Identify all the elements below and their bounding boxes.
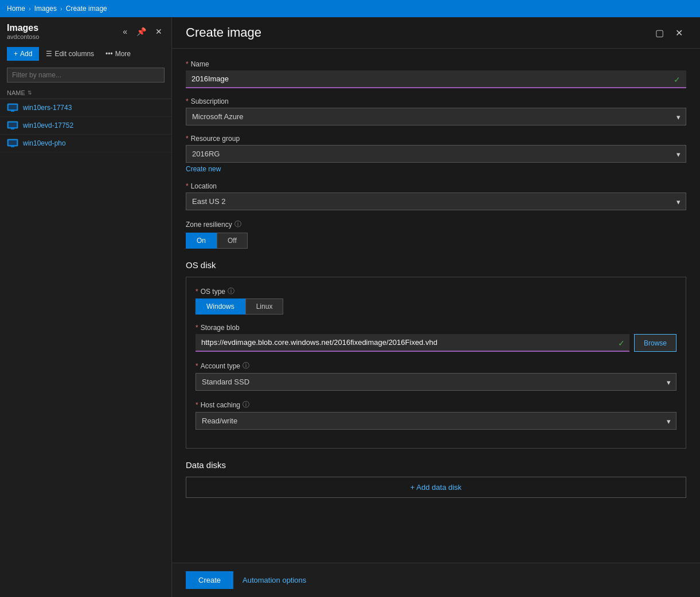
dots-icon: ••• <box>105 50 113 58</box>
subscription-select[interactable]: Microsoft Azure <box>186 108 686 125</box>
more-button[interactable]: ••• More <box>101 47 135 61</box>
list-item[interactable]: win10evd-17752 <box>0 117 171 135</box>
location-select[interactable]: East US 2 <box>186 193 686 210</box>
host-caching-select-wrapper: Read/write <box>195 412 676 430</box>
close-sidebar-button[interactable]: ✕ <box>153 26 165 37</box>
account-type-select-wrapper: Standard SSD <box>195 373 676 391</box>
os-type-info-icon: ⓘ <box>228 286 234 296</box>
data-disks-header: Data disks <box>186 460 686 470</box>
host-caching-field: * Host caching ⓘ Read/write <box>195 400 676 430</box>
storage-blob-input[interactable] <box>195 334 629 352</box>
zone-off-button[interactable]: Off <box>217 233 248 249</box>
account-type-label: Account type <box>201 362 240 370</box>
data-disks-section: Data disks + Add data disk <box>186 460 686 498</box>
name-input-wrapper: ✓ <box>186 70 686 88</box>
sidebar-controls: « 📌 ✕ <box>120 26 165 37</box>
required-star: * <box>186 135 189 143</box>
edit-columns-button[interactable]: ☰ Edit columns <box>41 47 99 61</box>
resource-group-select[interactable]: 2016RG <box>186 145 686 163</box>
name-label: Name <box>191 60 209 68</box>
name-col-label: NAME <box>7 89 25 96</box>
panel-header-icons: ▢ ✕ <box>652 26 686 40</box>
sidebar-col-header: NAME ⇅ <box>0 85 171 99</box>
list-item[interactable]: win10ers-17743 <box>0 99 171 117</box>
create-image-panel: Create image ▢ ✕ * Name ✓ * <box>172 17 700 597</box>
add-label: Add <box>20 50 32 58</box>
item-label: win10ers-17743 <box>23 104 72 112</box>
panel-footer: Create Automation options <box>172 563 700 597</box>
subscription-field: * Subscription Microsoft Azure <box>186 97 686 125</box>
zone-on-button[interactable]: On <box>186 233 217 249</box>
sidebar-header: Images avdcontoso « 📌 ✕ <box>0 17 171 42</box>
breadcrumb-current: Create image <box>66 5 107 13</box>
os-type-label: OS type <box>201 288 225 296</box>
add-data-disk-button[interactable]: + Add data disk <box>186 477 686 498</box>
account-type-select[interactable]: Standard SSD <box>195 373 676 391</box>
collapse-button[interactable]: « <box>120 26 130 37</box>
sidebar-filter-area <box>0 65 171 85</box>
name-field: * Name ✓ <box>186 60 686 88</box>
maximize-button[interactable]: ▢ <box>652 26 667 40</box>
sidebar-title: Images <box>7 23 39 33</box>
os-disk-section: * OS type ⓘ Windows Linux * Storage blob <box>186 277 686 449</box>
list-item[interactable]: win10evd-pho <box>0 135 171 152</box>
blob-check-icon: ✓ <box>618 339 625 348</box>
subscription-label: Subscription <box>191 97 229 105</box>
host-caching-select[interactable]: Read/write <box>195 412 676 430</box>
resource-group-field: * Resource group 2016RG Create new <box>186 135 686 173</box>
automation-options-link[interactable]: Automation options <box>243 576 306 584</box>
name-check-icon: ✓ <box>674 75 681 84</box>
vm-icon <box>7 139 18 148</box>
add-button[interactable]: + Add <box>7 47 39 61</box>
columns-icon: ☰ <box>46 50 52 58</box>
os-type-field: * OS type ⓘ Windows Linux <box>195 286 676 315</box>
location-select-wrapper: East US 2 <box>186 193 686 210</box>
svg-rect-8 <box>11 146 14 147</box>
zone-resiliency-field: Zone resiliency ⓘ On Off <box>186 219 686 249</box>
item-label: win10evd-pho <box>23 139 66 147</box>
storage-blob-field: * Storage blob ✓ Browse <box>195 324 676 352</box>
sidebar-subtitle: avdcontoso <box>7 33 39 40</box>
item-label: win10evd-17752 <box>23 121 73 129</box>
required-star: * <box>186 60 189 68</box>
storage-blob-label: Storage blob <box>201 324 240 332</box>
panel-content: * Name ✓ * Subscription Microsoft Azure <box>172 49 700 563</box>
os-type-toggle-group: Windows Linux <box>195 298 676 315</box>
os-linux-button[interactable]: Linux <box>245 298 284 315</box>
create-new-link[interactable]: Create new <box>186 165 221 173</box>
more-label: More <box>115 50 131 58</box>
zone-toggle-group: On Off <box>186 233 686 249</box>
breadcrumb-sep1: › <box>29 5 31 12</box>
name-input[interactable] <box>186 70 686 88</box>
svg-rect-1 <box>9 105 17 109</box>
sidebar: Images avdcontoso « 📌 ✕ + Add ☰ Edit col… <box>0 17 172 597</box>
vm-icon <box>7 121 18 130</box>
sort-icon: ⇅ <box>28 90 32 96</box>
breadcrumb-images[interactable]: Images <box>34 5 57 13</box>
host-caching-info-icon: ⓘ <box>243 400 249 410</box>
account-type-field: * Account type ⓘ Standard SSD <box>195 361 676 391</box>
sidebar-toolbar: + Add ☰ Edit columns ••• More <box>0 42 171 65</box>
close-panel-button[interactable]: ✕ <box>672 26 686 40</box>
required-star: * <box>186 182 189 190</box>
account-type-info-icon: ⓘ <box>243 361 249 371</box>
breadcrumb-bar: Home › Images › Create image <box>0 0 700 17</box>
edit-columns-label: Edit columns <box>54 50 94 58</box>
breadcrumb-home[interactable]: Home <box>7 5 25 13</box>
zone-resiliency-label: Zone resiliency <box>186 221 232 229</box>
location-label: Location <box>191 182 217 190</box>
os-windows-button[interactable]: Windows <box>195 298 245 315</box>
filter-input[interactable] <box>7 68 165 83</box>
location-field: * Location East US 2 <box>186 182 686 210</box>
pin-button[interactable]: 📌 <box>134 26 148 37</box>
resource-group-label: Resource group <box>191 135 240 143</box>
os-disk-header: OS disk <box>186 260 686 270</box>
blob-input-wrapper: ✓ <box>195 334 629 352</box>
create-button[interactable]: Create <box>186 571 233 589</box>
blob-row: ✓ Browse <box>195 334 676 352</box>
browse-button[interactable]: Browse <box>634 334 676 352</box>
svg-rect-7 <box>9 140 17 145</box>
resource-group-select-wrapper: 2016RG <box>186 145 686 163</box>
breadcrumb-sep2: › <box>60 5 62 12</box>
sidebar-list: win10ers-17743 win10evd-17752 win10evd-p… <box>0 99 171 597</box>
